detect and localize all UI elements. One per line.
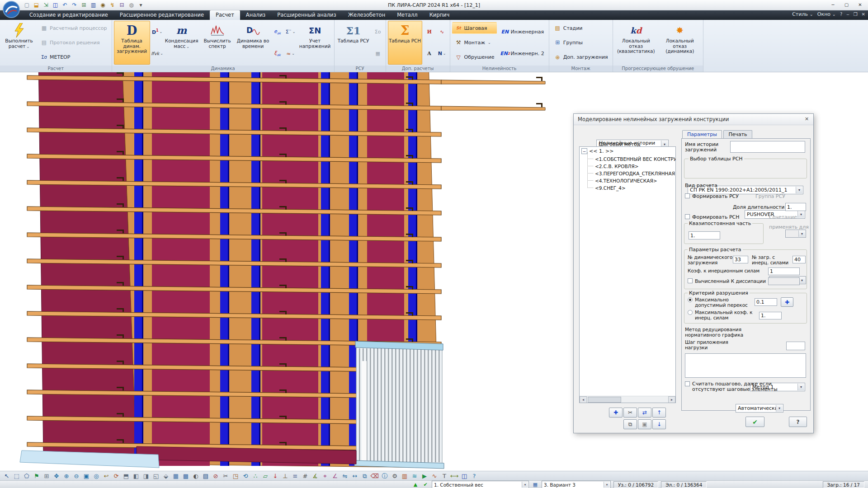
time-dynamics-button[interactable]: D Динамика во времени	[236, 21, 270, 65]
engineering-nonlin-button[interactable]: EN Инженерная	[498, 26, 547, 38]
show-elements-button[interactable]: ▱	[261, 472, 269, 480]
select-poly-button[interactable]: ⬠	[23, 472, 31, 480]
screenshot-button[interactable]: ◫	[460, 472, 468, 480]
run-calculation-button[interactable]: Выполнить расчет⌄	[2, 21, 36, 65]
show-loads-button[interactable]: ↓	[271, 472, 279, 480]
show-numbers-button[interactable]: #	[301, 472, 309, 480]
solution-protocol-button[interactable]: ▤ Протокол решения	[38, 37, 110, 48]
ribbon-tab-create-edit[interactable]: Создание и редактирование	[24, 10, 114, 20]
tree-root-item[interactable]: − << 1. >>	[580, 147, 675, 155]
dissipation-input[interactable]	[768, 277, 800, 285]
tab-parameters[interactable]: Параметры	[682, 130, 722, 138]
ribbon-tab-advanced-edit[interactable]: Расширенное редактирование	[114, 10, 210, 20]
move-up-button[interactable]: ↑	[652, 408, 666, 418]
max-coef-input[interactable]: 1.	[759, 312, 782, 319]
invert-selection-button[interactable]: ◐	[192, 472, 200, 480]
select-all-button[interactable]: ▤	[202, 472, 210, 480]
extra-loads-button[interactable]: ⊕ Доп. загружения	[551, 52, 611, 63]
show-nodes-button[interactable]: ∴	[251, 472, 259, 480]
snap-grid-button[interactable]: ⊞	[42, 472, 51, 480]
local-failure-dynamic-button[interactable]: ✸ Локальный отказ (динамика)	[659, 21, 701, 65]
stages-button[interactable]: ▤ Стадии	[551, 22, 611, 34]
max-skew-input[interactable]: 0.1	[755, 298, 777, 306]
dynamic-loads-table-button[interactable]: D Таблица динам. загружений	[114, 21, 150, 65]
sigma-o-button[interactable]: Σο	[372, 27, 384, 37]
save-icon[interactable]: ◫	[51, 1, 60, 9]
zoom-out-button[interactable]: ⊖	[72, 472, 80, 480]
form-rsu-checkbox[interactable]: Формировать РСУ	[685, 193, 739, 199]
undo-icon[interactable]: ↶	[61, 1, 69, 9]
view-iso-button[interactable]: ◱	[152, 472, 160, 480]
move-button[interactable]: ↔	[351, 472, 359, 480]
n-forces-button[interactable]: N ⌄	[436, 48, 448, 59]
new-file-icon[interactable]: ▢	[23, 1, 31, 9]
select-cursor-button[interactable]: ↖	[3, 472, 11, 480]
tree-item[interactable]: <4.ТЕХНОЛОГИЧЕСКАЯ>	[580, 177, 675, 184]
redo-icon[interactable]: ↷	[70, 1, 79, 9]
tree-item[interactable]: <9.СНЕГ_4>	[580, 184, 675, 192]
current-load-combo[interactable]: 1. Собственный вес▾	[432, 481, 529, 488]
damping-xi-button[interactable]: ξak	[272, 48, 283, 59]
calc-processor-button[interactable]: ▦ Расчетный процессор	[38, 22, 110, 34]
import-model-icon[interactable]: ⇲	[42, 1, 50, 9]
engineering2-nonlin-button[interactable]: EN2 Инженерн. 2	[498, 48, 547, 60]
apply-button[interactable]: ✔	[745, 417, 764, 427]
stepwise-checkbox[interactable]: Считать пошагово, даже если отсутствуют …	[685, 381, 803, 392]
max-coef-radio[interactable]: Максимальный коэф. к инерц. силам	[688, 310, 755, 320]
add-criterion-button[interactable]: ✚	[781, 297, 793, 307]
help-button[interactable]: ?	[470, 472, 478, 480]
ribbon-tab-calculation[interactable]: Расчет	[210, 10, 240, 20]
scroll-thumb[interactable]	[588, 397, 621, 403]
move-down-button[interactable]: ↓	[652, 419, 666, 429]
ribbon-tab-reinforced-concrete[interactable]: Железобетон	[342, 10, 391, 20]
tree-item[interactable]: <1.СОБСТВЕННЫЙ ВЕС КОНСТРУКЦ	[580, 155, 675, 163]
global-axes-button[interactable]: ⌖	[321, 472, 329, 480]
add-text-button[interactable]: Т	[440, 472, 448, 480]
dyn-load-input[interactable]: 33	[733, 256, 748, 263]
scroll-right-icon[interactable]: ▸	[668, 396, 675, 403]
copy-fragment-button[interactable]: ⧉	[361, 472, 369, 480]
pan-view-button[interactable]: ✥	[52, 472, 61, 480]
tree-item[interactable]: <3.ПЕРЕГОРОДКА_СТЕКЛЯННАЯ>	[580, 170, 675, 177]
rsu-group-combo[interactable]: ▾	[785, 230, 806, 238]
local-axes-button[interactable]: ∠	[331, 472, 339, 480]
compute-spectrum-button[interactable]: Вычислить спектр	[200, 21, 235, 65]
ribbon-tab-analysis[interactable]: Анализ	[240, 10, 271, 20]
show-supports-button[interactable]: ⊥	[281, 472, 289, 480]
app-logo[interactable]	[2, 0, 20, 20]
tree-expander-icon[interactable]: −	[581, 148, 587, 154]
isofields-button[interactable]: ≋	[410, 472, 419, 480]
cut-history-button[interactable]: ✂	[623, 408, 637, 418]
restore-model-button[interactable]: ⟲	[241, 472, 250, 480]
inertia-coef-input[interactable]: 1	[768, 267, 800, 275]
dialog-help-button[interactable]: ?	[789, 417, 807, 427]
view-side-button[interactable]: ◨	[142, 472, 150, 480]
ribbon-tab-advanced-analysis[interactable]: Расширенный анализ	[271, 10, 342, 20]
montage-mode-button[interactable]: ⚒ Монтаж ⌄	[452, 37, 497, 48]
scroll-left-icon[interactable]: ◂	[580, 396, 587, 403]
variation-icon[interactable]: ⊟	[118, 1, 126, 9]
zoom-all-button[interactable]: ◎	[92, 472, 100, 480]
meteor-button[interactable]: Σσ МЕТЕОР	[38, 52, 110, 63]
variant-combo[interactable]: 3. Вариант 3▾	[542, 481, 611, 488]
tree-item[interactable]: <2.С.В. КРОВЛЯ>	[580, 163, 675, 170]
dimensions-button[interactable]: ⟷	[450, 472, 458, 480]
zoom-in-button[interactable]: ⊕	[62, 472, 71, 480]
steps-list[interactable]	[685, 353, 806, 378]
tab-print[interactable]: Печать	[723, 130, 752, 138]
mdi-minimize-icon[interactable]: ‒	[846, 12, 849, 17]
dynamics-plus-button[interactable]: D1 ⌄	[151, 27, 163, 37]
add-history-button[interactable]: ✚	[609, 408, 623, 418]
pack-model-icon[interactable]: ⊞	[80, 1, 88, 9]
window-menu[interactable]: Окно ⌄	[817, 11, 836, 17]
copy-history-button[interactable]: ⧉	[623, 419, 637, 429]
rsn-table-button[interactable]: Σ Таблица РСН	[388, 21, 422, 65]
rsu-table-button[interactable]: Σ1 Таблица РСУ	[336, 21, 371, 65]
duration-input[interactable]: 1.	[785, 203, 806, 211]
settings-button[interactable]: ⚙	[391, 472, 399, 480]
rotate-view-button[interactable]: ⟳	[112, 472, 120, 480]
color-scale-button[interactable]: ▥	[401, 472, 409, 480]
quasi-input[interactable]: 1.	[689, 231, 720, 239]
model-3d-view[interactable]	[0, 72, 565, 471]
close-button[interactable]: ✕	[854, 1, 866, 9]
